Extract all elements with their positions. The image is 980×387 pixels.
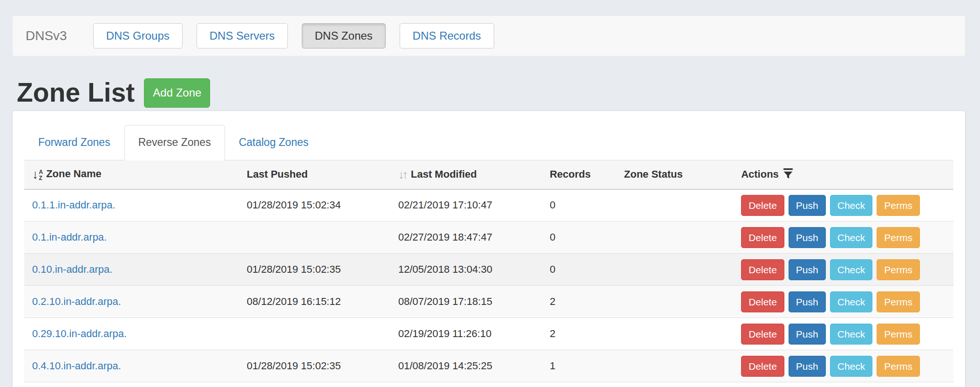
top-navbar: DNSv3 DNS Groups DNS Servers DNS Zones D… (12, 15, 966, 56)
last-modified-cell: 12/05/2018 13:04:30 (390, 254, 542, 286)
nav-button-dns-zones[interactable]: DNS Zones (302, 23, 386, 49)
zone-link[interactable]: 0.29.10.in-addr.arpa. (32, 328, 127, 339)
column-header-records: Records (542, 160, 616, 189)
delete-button[interactable]: Delete (741, 356, 784, 377)
page-heading-row: Zone List Add Zone (17, 78, 210, 108)
last-modified-cell: 02/27/2019 18:47:47 (390, 221, 542, 254)
push-button[interactable]: Push (789, 291, 826, 312)
push-button[interactable]: Push (789, 195, 826, 216)
actions-cell: DeletePushCheckPerms (733, 221, 953, 254)
table-row: 0.1.1.in-addr.arpa. 01/28/2019 15:02:34 … (24, 189, 953, 221)
records-cell: 0 (542, 189, 616, 221)
table-header-row: ↓AZZone Name Last Pushed ↓↑Last Modified… (24, 160, 953, 189)
last-pushed-cell (239, 221, 390, 254)
zone-status-cell (616, 189, 733, 221)
perms-button[interactable]: Perms (877, 259, 920, 280)
actions-cell: DeletePushCheckPerms (733, 318, 953, 350)
records-cell: 0 (542, 221, 616, 254)
check-button[interactable]: Check (830, 195, 873, 216)
table-row: 0.2.10.in-addr.arpa. 08/12/2019 16:15:12… (24, 286, 953, 318)
zone-link[interactable]: 0.1.1.in-addr.arpa. (32, 199, 116, 211)
zone-link[interactable]: 0.1.in-addr.arpa. (32, 231, 107, 243)
column-header-last-pushed[interactable]: Last Pushed (239, 160, 390, 189)
push-button[interactable]: Push (789, 324, 826, 345)
perms-button[interactable]: Perms (877, 356, 920, 377)
zone-link[interactable]: 0.2.10.in-addr.arpa. (32, 296, 121, 307)
last-pushed-cell (239, 318, 390, 350)
last-modified-cell: 01/08/2019 14:25:25 (390, 350, 542, 382)
zone-status-cell (616, 318, 733, 350)
actions-cell: DeletePushCheckPerms (733, 189, 953, 221)
nav-button-dns-groups[interactable]: DNS Groups (93, 23, 183, 49)
tab-reverse-zones[interactable]: Reverse Zones (124, 125, 225, 160)
last-modified-cell: 02/19/2019 11:26:10 (390, 318, 542, 350)
tab-forward-zones[interactable]: Forward Zones (24, 125, 124, 160)
check-button[interactable]: Check (830, 356, 873, 377)
delete-button[interactable]: Delete (741, 195, 784, 216)
last-pushed-cell: 01/28/2019 15:02:35 (239, 254, 390, 286)
perms-button[interactable]: Perms (877, 324, 920, 345)
actions-cell: DeletePushCheckPerms (733, 286, 953, 318)
tab-catalog-zones[interactable]: Catalog Zones (225, 125, 323, 160)
push-button[interactable]: Push (789, 227, 826, 248)
push-button[interactable]: Push (789, 356, 826, 377)
last-modified-cell: 02/21/2019 17:10:47 (390, 189, 542, 221)
zone-table: ↓AZZone Name Last Pushed ↓↑Last Modified… (24, 160, 953, 387)
records-cell: 1 (542, 350, 616, 382)
table-row: 0.4.10.in-addr.arpa. 01/28/2019 15:02:35… (24, 350, 953, 382)
delete-button[interactable]: Delete (741, 291, 784, 312)
last-pushed-cell: 08/12/2019 16:15:12 (239, 286, 390, 318)
zone-link[interactable]: 0.4.10.in-addr.arpa. (32, 360, 121, 372)
zone-status-cell (616, 221, 733, 254)
zone-status-cell (616, 254, 733, 286)
sort-up-down-icon: ↓↑ (398, 168, 406, 181)
actions-cell: DeletePushCheckPerms (733, 254, 953, 286)
zone-status-cell (616, 350, 733, 382)
zone-link[interactable]: 0.10.in-addr.arpa. (32, 263, 112, 275)
delete-button[interactable]: Delete (741, 324, 784, 345)
last-modified-cell: 08/07/2019 17:18:15 (390, 286, 542, 318)
table-row: 0.1.in-addr.arpa. 02/27/2019 18:47:47 0 … (24, 221, 953, 254)
table-row: 0.29.10.in-addr.arpa. 02/19/2019 11:26:1… (24, 318, 953, 350)
zone-tabs: Forward Zones Reverse Zones Catalog Zone… (24, 125, 953, 160)
check-button[interactable]: Check (830, 227, 873, 248)
last-pushed-cell: 01/28/2019 15:02:34 (239, 189, 390, 221)
sort-alpha-asc-icon: ↓AZ (32, 169, 43, 181)
perms-button[interactable]: Perms (877, 291, 920, 312)
filter-icon[interactable] (783, 168, 793, 179)
perms-button[interactable]: Perms (877, 227, 920, 248)
check-button[interactable]: Check (830, 291, 873, 312)
nav-button-dns-records[interactable]: DNS Records (400, 23, 494, 49)
column-header-last-modified[interactable]: ↓↑Last Modified (390, 160, 542, 189)
delete-button[interactable]: Delete (741, 227, 784, 248)
records-cell: 2 (542, 286, 616, 318)
column-header-zone-status: Zone Status (616, 160, 733, 189)
actions-cell: DeletePushCheckPerms (733, 350, 953, 382)
records-cell: 2 (542, 318, 616, 350)
column-header-actions: Actions (733, 160, 953, 189)
delete-button[interactable]: Delete (741, 259, 784, 280)
page-title: Zone List (17, 79, 135, 107)
zone-status-cell (616, 286, 733, 318)
records-cell: 0 (542, 254, 616, 286)
partial-table-row (24, 382, 953, 387)
table-row: 0.10.in-addr.arpa. 01/28/2019 15:02:35 1… (24, 254, 953, 286)
brand-dnsv3[interactable]: DNSv3 (26, 28, 67, 43)
push-button[interactable]: Push (789, 259, 826, 280)
check-button[interactable]: Check (830, 324, 873, 345)
add-zone-button[interactable]: Add Zone (144, 78, 210, 108)
perms-button[interactable]: Perms (877, 195, 920, 216)
zone-list-panel: Forward Zones Reverse Zones Catalog Zone… (12, 111, 966, 387)
nav-button-dns-servers[interactable]: DNS Servers (197, 23, 288, 49)
last-pushed-cell: 01/28/2019 15:02:35 (239, 350, 390, 382)
check-button[interactable]: Check (830, 259, 873, 280)
zone-table-body: 0.1.1.in-addr.arpa. 01/28/2019 15:02:34 … (24, 189, 953, 387)
column-header-zone-name[interactable]: ↓AZZone Name (24, 160, 239, 189)
